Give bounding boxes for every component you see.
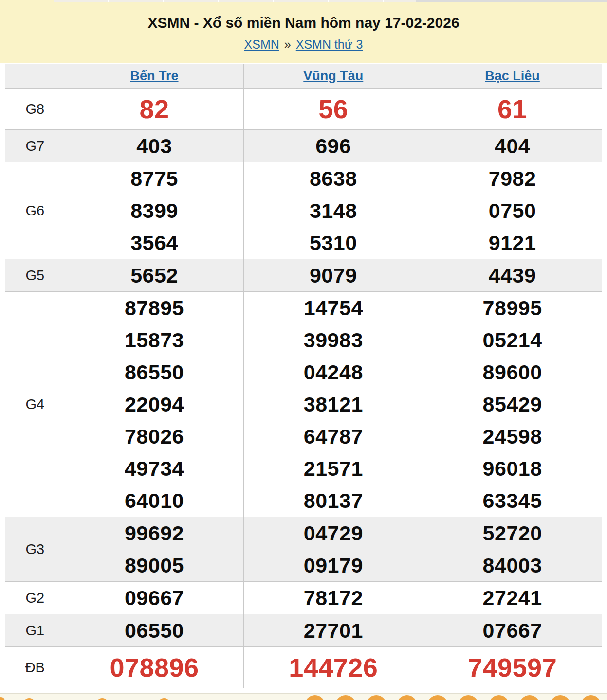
page: { "colors": { "page-bg": "#ffffff", "hea…	[0, 0, 607, 700]
prize-row-G2: G2096677817227241	[5, 582, 602, 614]
result-cell: 0472909179	[244, 517, 423, 582]
result-number: 82	[65, 89, 244, 129]
breadcrumb-link-current[interactable]: XSMN thứ 3	[296, 37, 363, 51]
result-number: 3148	[244, 195, 423, 227]
result-number: 04248	[244, 356, 423, 388]
result-number: 89600	[423, 356, 602, 388]
result-number: 05214	[423, 324, 602, 356]
prize-row-G8: G8825661	[5, 89, 602, 130]
province-header: Bến Tre	[65, 64, 244, 89]
prize-label: G3	[5, 517, 65, 582]
result-cell: 749597	[423, 647, 602, 688]
result-number: 39983	[244, 324, 423, 356]
result-number: 696	[244, 130, 423, 162]
result-number: 99692	[65, 517, 244, 549]
result-number: 80137	[244, 485, 423, 517]
result-number: 04729	[244, 517, 423, 549]
result-number: 9079	[244, 259, 423, 291]
page-title: XSMN - Xổ số miền Nam hôm nay 17-02-2026	[0, 3, 607, 31]
result-number: 8775	[65, 162, 244, 195]
prize-label: ĐB	[5, 647, 65, 688]
result-cell: 5272084003	[423, 517, 602, 582]
lotto-ball-icon	[581, 695, 601, 700]
lotto-ball-icon	[23, 698, 36, 700]
result-cell: 78995052148960085429245989601863345	[423, 292, 602, 517]
prize-label: G7	[5, 130, 65, 162]
result-number: 49734	[65, 452, 244, 485]
result-number: 84003	[423, 549, 602, 581]
result-number: 24598	[423, 420, 602, 452]
result-number: 15873	[65, 324, 244, 356]
result-number: 144726	[244, 647, 423, 688]
result-number: 21571	[244, 452, 423, 485]
lotto-ball-icon	[519, 695, 540, 700]
result-number: 3564	[65, 227, 244, 259]
lotto-ball-icon	[366, 695, 386, 700]
lotto-ball-icon	[458, 695, 478, 700]
result-number: 07667	[423, 614, 602, 646]
result-cell: 877583993564	[65, 162, 244, 259]
result-cell: 09667	[65, 582, 244, 614]
result-number: 78026	[65, 420, 244, 452]
result-number: 96018	[423, 452, 602, 485]
result-number: 52720	[423, 517, 602, 549]
result-cell: 56	[244, 89, 423, 130]
province-link-2[interactable]: Vũng Tàu	[303, 69, 363, 83]
result-cell: 863831485310	[244, 162, 423, 259]
province-header-row: Bến TreVũng TàuBạc Liêu	[5, 64, 602, 89]
result-number: 4439	[423, 259, 602, 291]
result-number: 22094	[65, 388, 244, 420]
result-cell: 5652	[65, 259, 244, 292]
province-header: Bạc Liêu	[423, 64, 602, 89]
province-link-1[interactable]: Bến Tre	[130, 69, 178, 83]
lotto-ball-icon	[0, 697, 5, 700]
prize-label: G1	[5, 614, 65, 647]
result-cell: 78172	[244, 582, 423, 614]
result-number: 85429	[423, 388, 602, 420]
result-number: 403	[65, 130, 244, 162]
result-cell: 61	[423, 89, 602, 130]
result-number: 63345	[423, 485, 602, 517]
province-link-3[interactable]: Bạc Liêu	[485, 69, 540, 83]
result-number: 89005	[65, 549, 244, 581]
result-number: 27701	[244, 614, 423, 646]
cutoff-tabs	[54, 0, 416, 2]
result-cell: 87895158738655022094780264973464010	[65, 292, 244, 517]
result-number: 61	[423, 89, 602, 129]
result-number: 9121	[423, 227, 602, 259]
result-number: 8638	[244, 162, 423, 195]
lotto-ball-icon	[489, 695, 509, 700]
result-number: 56	[244, 89, 423, 129]
result-number: 078896	[65, 647, 244, 688]
lotto-ball-icon	[335, 695, 356, 700]
result-number: 7982	[423, 162, 602, 195]
result-cell: 696	[244, 130, 423, 162]
lotto-ball-icon	[550, 695, 570, 700]
result-number: 87895	[65, 292, 244, 324]
prize-row-G7: G7403696404	[5, 130, 602, 162]
result-number: 14754	[244, 292, 423, 324]
result-number: 78995	[423, 292, 602, 324]
result-number: 27241	[423, 582, 602, 614]
result-cell: 4439	[423, 259, 602, 292]
lotto-ball-icon	[305, 695, 325, 700]
result-number: 38121	[244, 388, 423, 420]
lotto-ball-icon	[96, 698, 109, 700]
lotto-ball-icon	[427, 695, 448, 700]
result-number: 0750	[423, 195, 602, 227]
result-cell: 9079	[244, 259, 423, 292]
result-cell: 078896	[65, 647, 244, 688]
page-header: XSMN - Xổ số miền Nam hôm nay 17-02-2026…	[0, 3, 607, 63]
result-cell: 14754399830424838121647872157180137	[244, 292, 423, 517]
result-number: 749597	[423, 647, 602, 688]
result-cell: 9969289005	[65, 517, 244, 582]
lotto-ball-icon	[158, 698, 170, 700]
result-cell: 403	[65, 130, 244, 162]
prize-label: G2	[5, 582, 65, 614]
result-number: 5310	[244, 227, 423, 259]
breadcrumb-link-xsmn[interactable]: XSMN	[244, 37, 279, 51]
results-body: G8825661G7403696404G68775839935648638314…	[5, 89, 602, 688]
result-cell: 27701	[244, 614, 423, 647]
result-number: 64787	[244, 420, 423, 452]
prize-row-G1: G1065502770107667	[5, 614, 602, 647]
